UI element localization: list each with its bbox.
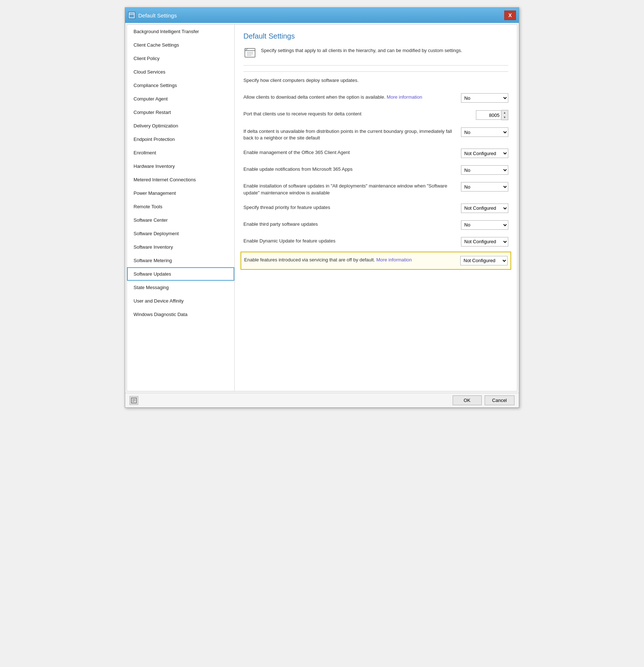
sidebar-item-computer-restart[interactable]: Computer Restart [127,106,234,119]
setting-control-thread-priority-feature: Not ConfiguredNormalLow [461,204,508,213]
content-area: Background Intelligent TransferClient Ca… [127,24,517,391]
header-description: Specify settings that apply to all clien… [261,46,462,53]
page-title: Default Settings [243,32,508,40]
spinbox-buttons-port-delta-content: ▲▼ [501,110,508,120]
bottom-buttons: OK Cancel [453,395,514,405]
setting-label-port-delta-content: Port that clients use to receive request… [243,110,470,117]
title-bar-left: Default Settings [128,12,177,19]
main-window: Default Settings X Background Intelligen… [125,7,519,408]
setting-control-dynamic-update: Not ConfiguredYesNo [461,237,508,246]
sidebar-item-software-inventory[interactable]: Software Inventory [127,240,234,254]
select-dynamic-update[interactable]: Not ConfiguredYesNo [461,237,508,246]
spinbox-input-port-delta-content[interactable] [476,110,501,120]
select-update-notifications-m365[interactable]: NoYes [461,165,508,175]
setting-row-allow-delta-download: Allow clients to download delta content … [243,90,508,106]
select-thread-priority-feature[interactable]: Not ConfiguredNormalLow [461,204,508,213]
svg-rect-0 [129,13,134,18]
setting-control-install-all-deployments: NoYes [461,182,508,192]
bottom-bar-left [130,396,138,405]
setting-label-allow-delta-download: Allow clients to download delta content … [243,93,455,100]
ok-button[interactable]: OK [453,395,482,405]
divider [243,71,508,72]
bottom-bar: OK Cancel [125,393,519,407]
spinbox-port-delta-content: ▲▼ [476,110,508,120]
sidebar-item-software-updates[interactable]: Software Updates [127,267,234,281]
sidebar: Background Intelligent TransferClient Ca… [127,25,235,391]
sidebar-item-power-management[interactable]: Power Management [127,186,234,200]
spinbox-down-port-delta-content[interactable]: ▼ [501,115,508,120]
setting-control-port-delta-content: ▲▼ [476,110,508,120]
setting-control-allow-delta-download: NoYes [461,93,508,103]
select-delta-unavailable-fallback[interactable]: NoYes [461,127,508,137]
setting-row-update-notifications-m365: Enable update notifications from Microso… [243,162,508,178]
main-content: Default Settings Specify settings that a… [235,25,517,391]
sidebar-item-user-and-device-affinity[interactable]: User and Device Affinity [127,294,234,308]
setting-label-enable-features-servicing: Enable features introduced via servicing… [244,256,454,263]
sidebar-item-client-policy[interactable]: Client Policy [127,52,234,65]
sidebar-item-background-intelligent-transfer[interactable]: Background Intelligent Transfer [127,25,234,38]
section-description: Specify how client computers deploy soft… [243,78,508,83]
sidebar-item-delivery-optimization[interactable]: Delivery Optimization [127,119,234,133]
sidebar-item-software-center[interactable]: Software Center [127,213,234,227]
sidebar-item-windows-diagnostic-data[interactable]: Windows Diagnostic Data [127,308,234,321]
sidebar-item-remote-tools[interactable]: Remote Tools [127,200,234,213]
cancel-button[interactable]: Cancel [485,395,514,405]
setting-row-third-party-updates: Enable third party software updatesNoYes [243,217,508,233]
header-section: Specify settings that apply to all clien… [243,46,508,66]
setting-label-install-all-deployments: Enable installation of software updates … [243,182,455,196]
setting-row-port-delta-content: Port that clients use to receive request… [243,106,508,124]
setting-control-office365-client-agent: Not ConfiguredYesNo [461,149,508,158]
close-button[interactable]: X [504,11,516,20]
setting-label-dynamic-update: Enable Dynamic Update for feature update… [243,237,455,244]
sidebar-item-software-metering[interactable]: Software Metering [127,254,234,267]
settings-icon [243,46,257,59]
setting-label-third-party-updates: Enable third party software updates [243,220,455,228]
setting-row-install-all-deployments: Enable installation of software updates … [243,178,508,200]
more-info-link-allow-delta-download[interactable]: More information [387,94,422,100]
setting-label-delta-unavailable-fallback: If delta content is unavailable from dis… [243,127,455,141]
setting-row-thread-priority-feature: Specify thread priority for feature upda… [243,200,508,217]
bottom-icon [130,396,138,405]
sidebar-item-client-cache-settings[interactable]: Client Cache Settings [127,38,234,52]
select-allow-delta-download[interactable]: NoYes [461,93,508,103]
setting-row-dynamic-update: Enable Dynamic Update for feature update… [243,233,508,250]
setting-control-delta-unavailable-fallback: NoYes [461,127,508,137]
title-bar: Default Settings X [125,8,519,23]
sidebar-item-metered-internet-connections[interactable]: Metered Internet Connections [127,173,234,186]
setting-row-delta-unavailable-fallback: If delta content is unavailable from dis… [243,124,508,145]
spinbox-up-port-delta-content[interactable]: ▲ [501,110,508,115]
sidebar-item-endpoint-protection[interactable]: Endpoint Protection [127,133,234,146]
sidebar-item-state-messaging[interactable]: State Messaging [127,281,234,294]
more-info-link-enable-features-servicing[interactable]: More information [376,257,412,263]
select-third-party-updates[interactable]: NoYes [461,220,508,230]
window-icon [128,12,135,19]
sidebar-item-computer-agent[interactable]: Computer Agent [127,92,234,106]
sidebar-item-hardware-inventory[interactable]: Hardware Inventory [127,159,234,173]
setting-row-enable-features-servicing: Enable features introduced via servicing… [240,252,511,270]
select-install-all-deployments[interactable]: NoYes [461,182,508,192]
sidebar-item-software-deployment[interactable]: Software Deployment [127,227,234,240]
select-office365-client-agent[interactable]: Not ConfiguredYesNo [461,149,508,158]
settings-container: Allow clients to download delta content … [243,90,508,270]
setting-label-thread-priority-feature: Specify thread priority for feature upda… [243,204,455,211]
setting-control-enable-features-servicing: Not ConfiguredYesNo [460,256,508,265]
setting-control-update-notifications-m365: NoYes [461,165,508,175]
setting-control-third-party-updates: NoYes [461,220,508,230]
window-title: Default Settings [138,12,177,19]
setting-row-office365-client-agent: Enable management of the Office 365 Clie… [243,145,508,162]
setting-label-office365-client-agent: Enable management of the Office 365 Clie… [243,149,455,156]
sidebar-item-compliance-settings[interactable]: Compliance Settings [127,79,234,92]
sidebar-item-enrollment[interactable]: Enrollment [127,146,234,159]
setting-label-update-notifications-m365: Enable update notifications from Microso… [243,165,455,173]
sidebar-item-cloud-services[interactable]: Cloud Services [127,65,234,79]
select-enable-features-servicing[interactable]: Not ConfiguredYesNo [460,256,508,265]
